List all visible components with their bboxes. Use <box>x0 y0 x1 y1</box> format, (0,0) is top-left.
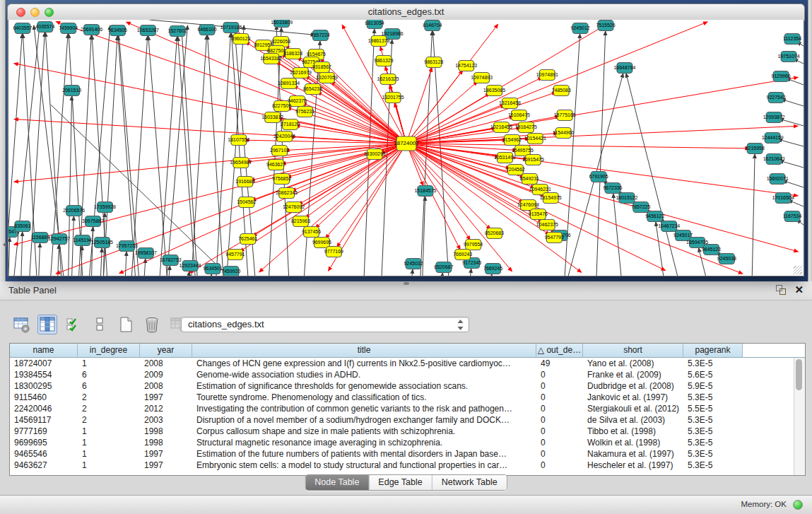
graph-node[interactable]: 10653287 <box>137 25 159 36</box>
graph-node[interactable]: 9861329 <box>375 56 394 66</box>
graph-node[interactable]: 22420046 <box>273 132 295 142</box>
graph-node[interactable]: 19751074 <box>778 52 800 62</box>
table-row[interactable]: 1456911722003Disruption of a novel membe… <box>10 414 805 426</box>
graph-node[interactable]: 16216325 <box>377 74 399 85</box>
graph-node[interactable]: 13201755 <box>382 93 404 103</box>
select-rows-icon[interactable] <box>64 315 83 334</box>
graph-node[interactable]: 1527602 <box>168 26 187 37</box>
graph-node[interactable]: 8654238 <box>303 84 322 95</box>
graph-node[interactable]: 13216458 <box>499 98 521 109</box>
graph-node[interactable]: 8960123 <box>231 34 250 45</box>
graph-node[interactable]: 9135476 <box>529 209 548 220</box>
graph-node[interactable]: 6466100 <box>197 25 216 35</box>
graph-node[interactable]: 9979554 <box>464 240 483 250</box>
graph-node[interactable]: 19958107 <box>135 248 157 259</box>
graph-node[interactable]: 12505185 <box>91 238 113 248</box>
citation-network-graph[interactable]: 6403557403557474599042069140696345051065… <box>8 20 804 276</box>
graph-node[interactable]: 18635085 <box>483 86 505 96</box>
column-header[interactable]: pagerank <box>683 344 743 358</box>
graph-node[interactable]: 10974893 <box>471 73 493 83</box>
graph-node[interactable]: 835061 <box>14 221 30 232</box>
graph-node[interactable]: 19654987 <box>230 158 252 168</box>
graph-node[interactable]: 8215958 <box>746 144 765 154</box>
close-panel-icon[interactable]: ✕ <box>794 285 804 295</box>
graph-node[interactable]: 9245012 <box>571 23 590 34</box>
graph-node[interactable]: 14754123 <box>455 61 477 71</box>
table-row[interactable]: 1938455462009Genome-wide association stu… <box>10 369 805 380</box>
graph-node[interactable]: 18164275 <box>515 122 537 133</box>
graph-node[interactable]: 19861378 <box>368 36 390 47</box>
graph-node[interactable]: 9756851 <box>272 174 291 185</box>
graph-node[interactable]: 18300295 <box>364 149 386 160</box>
graph-node[interactable]: 1145194 <box>73 235 92 246</box>
minimize-window-button[interactable] <box>30 8 40 17</box>
graph-node[interactable]: 7857225 <box>631 202 650 213</box>
graph-node[interactable]: 11544960 <box>553 128 575 139</box>
table-row[interactable]: 1872400712008Changes of HCN gene express… <box>10 358 805 369</box>
graph-node[interactable]: 17359928 <box>94 202 116 213</box>
column-header[interactable]: title <box>192 344 536 358</box>
graph-node[interactable]: 30975887 <box>82 216 104 227</box>
graph-node[interactable]: 7515526 <box>596 21 615 31</box>
graph-node[interactable]: 12444159 <box>762 133 784 144</box>
show-column-icon[interactable] <box>37 315 57 334</box>
table-row[interactable]: 1830029562008Estimation of significance … <box>10 380 805 392</box>
column-header[interactable]: name <box>10 344 78 358</box>
close-window-button[interactable] <box>16 8 25 17</box>
column-header[interactable]: in_degree <box>78 344 140 358</box>
graph-node[interactable]: 2967102 <box>270 146 289 156</box>
network-canvas[interactable]: 6403557403557474599042069140696345051065… <box>8 20 804 276</box>
graph-node[interactable]: 9463627 <box>266 160 286 170</box>
tab-edge-table[interactable]: Edge Table <box>368 475 431 490</box>
graph-node[interactable]: 12093872 <box>763 112 785 123</box>
left-panel-splitter[interactable] <box>0 0 6 281</box>
graph-node[interactable]: 8215963 <box>291 216 310 227</box>
graph-node[interactable]: 9547793 <box>545 233 564 243</box>
graph-node[interactable]: 8186328 <box>283 49 302 59</box>
graph-node[interactable]: 17016504 <box>772 193 794 204</box>
right-panel-splitter[interactable] <box>808 0 812 281</box>
graph-node[interactable]: 9863128 <box>424 57 443 68</box>
graph-node[interactable]: 2718120 <box>281 119 300 130</box>
graph-node[interactable]: 20691406 <box>81 25 102 35</box>
graph-node[interactable]: 9137456 <box>302 227 321 238</box>
graph-node[interactable]: 4035574 <box>35 22 54 33</box>
graph-node[interactable]: 6403557 <box>13 23 32 34</box>
graph-node[interactable]: 18015122 <box>616 193 637 204</box>
graph-node[interactable]: 1167534 <box>783 211 802 222</box>
graph-node[interactable]: 9154962 <box>502 135 522 146</box>
graph-node[interactable]: 10462375 <box>536 220 558 230</box>
merge-rows-icon[interactable] <box>90 315 110 334</box>
float-panel-icon[interactable] <box>776 285 786 295</box>
graph-node[interactable]: 2061510 <box>62 86 81 96</box>
table-row[interactable]: 911546021997Tourette syndrome. Phenomeno… <box>10 392 805 403</box>
graph-node[interactable]: 8227509 <box>272 101 291 112</box>
zoom-window-button[interactable] <box>45 8 54 17</box>
graph-node[interactable]: 1504562 <box>237 197 256 208</box>
graph-node[interactable]: 9456122 <box>645 211 664 222</box>
column-header[interactable]: short <box>583 344 683 358</box>
graph-node[interactable]: 7204562 <box>506 165 525 175</box>
table-scrollbar[interactable] <box>794 358 805 475</box>
graph-node[interactable]: 18154975 <box>540 193 562 204</box>
graph-node[interactable]: 7669245 <box>483 264 502 274</box>
graph-node[interactable]: 9756231 <box>295 107 314 117</box>
table-row[interactable]: 969969511998Structural magnetic resonanc… <box>10 437 805 448</box>
graph-node[interactable]: 16210643 <box>763 154 785 165</box>
graph-node[interactable]: 16915475 <box>522 155 544 165</box>
graph-node[interactable]: 12942757 <box>48 234 70 245</box>
tab-node-table[interactable]: Node Table <box>305 475 368 490</box>
graph-node[interactable]: 7459904 <box>59 23 78 34</box>
graph-node[interactable]: 16216979 <box>290 68 312 78</box>
graph-node[interactable]: 1112354 <box>783 34 801 45</box>
graph-node[interactable]: 10216455 <box>490 122 512 133</box>
graph-node[interactable]: 18775165 <box>554 110 576 121</box>
table-row[interactable]: 2242004622012Investigating the contribut… <box>10 403 805 414</box>
graph-node[interactable]: 6791905 <box>589 172 608 182</box>
graph-node[interactable]: 12476092 <box>283 202 305 213</box>
tab-network-table[interactable]: Network Table <box>432 475 507 490</box>
graph-node[interactable]: 15184575 <box>414 186 436 197</box>
graph-node[interactable]: 10531492 <box>494 153 516 163</box>
graph-node[interactable]: 8520687 <box>434 262 453 273</box>
graph-node[interactable]: 9845123 <box>702 245 721 255</box>
